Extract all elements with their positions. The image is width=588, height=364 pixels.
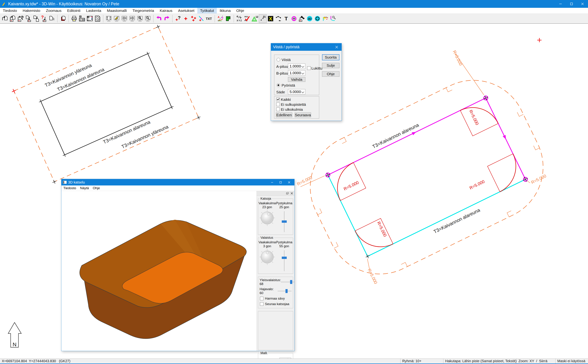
dialog-title: Viistä / pyöristä: [273, 45, 299, 49]
minimize-button[interactable]: [555, 0, 566, 8]
maximize-button[interactable]: [566, 0, 577, 8]
harmaa-savy-checkbox[interactable]: [260, 297, 264, 300]
viewer-menu-tiedosto[interactable]: Tiedosto: [61, 186, 78, 190]
menu-laskenta[interactable]: Laskenta: [83, 8, 104, 13]
menu-maastomalli[interactable]: Maastomalli: [104, 8, 129, 13]
export-file-button[interactable]: [48, 14, 56, 23]
view-azimuth-knob[interactable]: [259, 209, 276, 227]
pyorista-radio[interactable]: [277, 83, 280, 87]
view-3d-icon: 3D: [306, 15, 313, 22]
3d-glyph: 3D: [308, 17, 311, 21]
road-import-button[interactable]: [298, 14, 306, 23]
dialog-title-bar[interactable]: Viistä / pyöristä: [271, 43, 342, 51]
line-tools-button[interactable]: [329, 14, 337, 23]
file-manager-button[interactable]: [59, 14, 67, 23]
view-3d-button[interactable]: 3D: [306, 14, 314, 23]
import-file-button[interactable]: [17, 14, 25, 23]
split-line-button[interactable]: [197, 14, 205, 23]
dialog-close-button[interactable]: [332, 43, 342, 51]
fillet-tool-button[interactable]: [321, 14, 329, 23]
page-setup-button[interactable]: [86, 14, 94, 23]
sulje-button[interactable]: Sulje: [322, 63, 339, 68]
kaikki-checkbox[interactable]: [276, 98, 280, 101]
menu-tiegeometria[interactable]: Tiegeometria: [130, 8, 157, 13]
menu-tiedosto[interactable]: Tiedosto: [0, 8, 20, 13]
redraw-button[interactable]: [113, 14, 121, 23]
hatch-settings-button[interactable]: [94, 14, 102, 23]
menu-hakemisto[interactable]: Hakemisto: [20, 8, 43, 13]
viewer-title-bar[interactable]: 3D katselu: [61, 179, 294, 185]
open-file-list-button[interactable]: [9, 14, 17, 23]
polyline-edit-button[interactable]: [274, 14, 282, 23]
viewer-close-button[interactable]: [285, 179, 293, 185]
ei-sulkupistetta-checkbox[interactable]: [276, 103, 280, 106]
radius-label: R=5.000: [343, 180, 360, 191]
menu-ikkuna[interactable]: Ikkuna: [217, 8, 233, 13]
point-check-button[interactable]: [243, 14, 251, 23]
menu-editointi[interactable]: Editointi: [65, 8, 83, 13]
view-previous-button[interactable]: [121, 14, 128, 23]
zoom-out-button[interactable]: [144, 14, 152, 23]
save-copy-button[interactable]: [32, 14, 40, 23]
menu-tyokalut[interactable]: Työkalut: [197, 8, 217, 13]
menu-asetukset[interactable]: Asetukset: [175, 8, 197, 13]
point-info-button[interactable]: ?: [174, 14, 182, 23]
viewer-menu-ohje[interactable]: Ohje: [91, 186, 102, 190]
edellinen-button[interactable]: Edellinen: [276, 112, 292, 117]
viewport-3d[interactable]: [61, 191, 257, 351]
viewer-menu-nayta[interactable]: Näytä: [78, 186, 91, 190]
redo-button[interactable]: [163, 14, 171, 23]
print-button[interactable]: [70, 14, 78, 23]
triangle-model-button[interactable]: 12: [251, 14, 259, 23]
save-query-button[interactable]: ?: [40, 14, 48, 23]
hajavalo-slider[interactable]: [278, 289, 291, 293]
coordinates-button[interactable]: XYZ: [235, 14, 243, 23]
circle-tool-button[interactable]: [290, 14, 298, 23]
zoom-in-button[interactable]: [136, 14, 144, 23]
add-point-button[interactable]: [182, 14, 190, 23]
viista-radio[interactable]: [277, 58, 280, 61]
float-window-icon[interactable]: [286, 192, 289, 195]
open-file-button[interactable]: [1, 14, 9, 23]
delete-button[interactable]: X: [267, 14, 274, 23]
tri12-glyph: 12: [256, 15, 258, 18]
vaihda-button[interactable]: Vaihda: [288, 77, 305, 82]
menu-ohje[interactable]: Ohje: [233, 8, 247, 13]
view-next-button[interactable]: [128, 14, 136, 23]
rotate-3d-button[interactable]: [314, 14, 321, 23]
yleisvalaistus-slider[interactable]: [281, 280, 291, 284]
page-setup-icon: [87, 15, 93, 22]
seuraa-katsojaa-checkbox[interactable]: [260, 302, 264, 306]
suorita-button[interactable]: Suorita: [322, 54, 339, 60]
light-elevation-slider[interactable]: [282, 250, 287, 272]
zoom-extents-button[interactable]: [105, 14, 113, 23]
close-button[interactable]: [577, 0, 588, 8]
panel-close-icon[interactable]: [291, 192, 293, 195]
viewer-maximize-button[interactable]: [276, 179, 285, 185]
lukittu-checkbox[interactable]: [307, 66, 311, 70]
menu-zoomaus[interactable]: Zoomaus: [43, 8, 65, 13]
add-points-button[interactable]: [190, 14, 197, 23]
light-azimuth-knob[interactable]: [259, 248, 276, 266]
title-bar[interactable]: Kaivanto.xy.tdw* - 3D-Win - Käyttöoikeus…: [0, 0, 588, 8]
view-elevation-slider[interactable]: [282, 210, 287, 233]
area-measure-button[interactable]: m²: [224, 14, 232, 23]
undo-button[interactable]: [155, 14, 163, 23]
angle-measure-button[interactable]: Aα: [216, 14, 224, 23]
text-tool-button[interactable]: TXT: [205, 14, 213, 23]
a-pituus-value: 1.0000: [290, 64, 301, 68]
a-pituus-combo[interactable]: 1.0000: [288, 64, 305, 69]
save-file-button[interactable]: [25, 14, 32, 23]
katsoja-legend: Katsoja: [259, 197, 272, 201]
ohje-button[interactable]: Ohje: [322, 71, 339, 77]
menu-kairaus[interactable]: Kairaus: [157, 8, 175, 13]
text-button[interactable]: T: [282, 14, 290, 23]
ei-ulkokulmia-checkbox[interactable]: [276, 108, 280, 111]
seuraava-button[interactable]: Seuraava: [295, 112, 311, 117]
line-calc-button[interactable]: 21: [259, 14, 267, 23]
scale-button[interactable]: 1:50: [78, 14, 86, 23]
sade-combo[interactable]: 5.0000: [288, 89, 305, 94]
b-pituus-combo[interactable]: 1.0000: [288, 70, 305, 76]
viewer-minimize-button[interactable]: [268, 179, 276, 185]
excavation-plan-figure[interactable]: T3=Kaivannon yläreuna T3=Kaivannon alare…: [11, 24, 201, 184]
